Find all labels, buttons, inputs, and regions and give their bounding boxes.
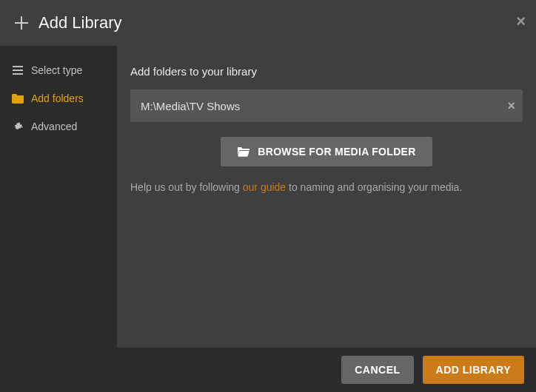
folder-icon (12, 94, 24, 104)
sidebar-item-label: Select type (31, 64, 82, 76)
add-library-button[interactable]: ADD LIBRARY (423, 356, 524, 384)
dialog-header: Add Library × (0, 0, 536, 46)
sidebar-item-select-type[interactable]: Select type (0, 56, 117, 84)
guide-link[interactable]: our guide (243, 181, 286, 193)
dialog-title: Add Library (38, 13, 122, 33)
sidebar-item-add-folders[interactable]: Add folders (0, 84, 117, 112)
dialog-footer: CANCEL ADD LIBRARY (0, 348, 536, 392)
content-panel: Add folders to your library M:\Media\TV … (117, 46, 536, 348)
browse-wrap: BROWSE FOR MEDIA FOLDER (130, 137, 523, 166)
folder-open-icon (237, 146, 250, 157)
folder-path-value: M:\Media\TV Shows (141, 100, 240, 112)
remove-folder-icon[interactable]: × (507, 98, 515, 114)
sidebar-item-label: Advanced (31, 121, 77, 132)
cancel-button[interactable]: CANCEL (341, 356, 413, 384)
instruction-text: Add folders to your library (130, 65, 523, 78)
browse-button-label: BROWSE FOR MEDIA FOLDER (258, 146, 415, 158)
help-suffix: to naming and organising your media. (286, 181, 462, 193)
help-text: Help us out by following our guide to na… (130, 181, 523, 193)
sidebar-item-advanced[interactable]: Advanced (0, 112, 117, 141)
dialog-body: Select type Add folders Advanced Add fol… (0, 46, 536, 348)
folder-path-row: M:\Media\TV Shows × (130, 89, 523, 122)
plus-icon (12, 13, 31, 33)
close-icon[interactable]: × (516, 12, 526, 31)
list-icon (12, 66, 24, 75)
gear-icon (12, 121, 24, 132)
help-prefix: Help us out by following (130, 181, 243, 193)
sidebar-item-label: Add folders (31, 92, 84, 104)
browse-media-folder-button[interactable]: BROWSE FOR MEDIA FOLDER (221, 137, 432, 166)
sidebar: Select type Add folders Advanced (0, 46, 117, 348)
